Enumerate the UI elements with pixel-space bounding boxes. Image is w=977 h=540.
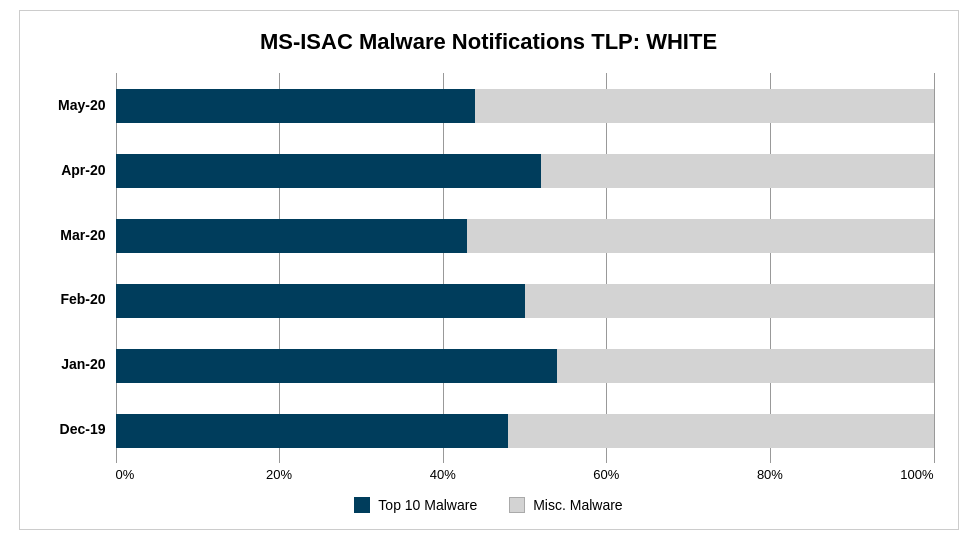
bar-track [116,414,934,448]
bar-dark [116,349,558,383]
legend-item-top10: Top 10 Malware [354,497,477,513]
bar-track [116,219,934,253]
bar-light [508,414,933,448]
legend-label-misc: Misc. Malware [533,497,622,513]
y-label: Dec-19 [44,421,116,437]
bar-row [116,268,934,333]
bar-row [116,398,934,463]
x-axis-label: 40% [430,467,456,482]
legend-color-misc [509,497,525,513]
x-axis-inner: 0%20%40%60%80%100% [116,467,934,487]
bar-light [525,284,934,318]
y-axis: May-20Apr-20Mar-20Feb-20Jan-20Dec-19 [44,73,116,463]
bar-track [116,154,934,188]
x-axis-label: 20% [266,467,292,482]
bar-light [467,219,933,253]
y-label: Feb-20 [44,291,116,307]
bar-track [116,349,934,383]
bar-row [116,73,934,138]
legend-label-top10: Top 10 Malware [378,497,477,513]
bar-dark [116,89,476,123]
legend-item-misc: Misc. Malware [509,497,622,513]
grid-line [934,73,935,463]
y-label: Jan-20 [44,356,116,372]
bar-row [116,138,934,203]
bar-light [475,89,933,123]
chart-area: May-20Apr-20Mar-20Feb-20Jan-20Dec-19 0%2… [44,73,934,513]
y-label: May-20 [44,97,116,113]
bar-light [557,349,933,383]
bar-track [116,89,934,123]
bar-dark [116,284,525,318]
bar-light [541,154,934,188]
x-axis-label: 100% [900,467,933,482]
bar-dark [116,219,468,253]
legend: Top 10 Malware Misc. Malware [44,497,934,513]
x-axis-label: 80% [757,467,783,482]
bars-and-grid [116,73,934,463]
x-axis-label: 0% [116,467,135,482]
bar-dark [116,154,541,188]
bars-section: May-20Apr-20Mar-20Feb-20Jan-20Dec-19 [44,73,934,463]
bar-row [116,203,934,268]
chart-container: MS-ISAC Malware Notifications TLP: WHITE… [19,10,959,530]
bar-dark [116,414,509,448]
bar-track [116,284,934,318]
y-label: Mar-20 [44,227,116,243]
legend-color-top10 [354,497,370,513]
bar-row [116,333,934,398]
x-axis-label: 60% [593,467,619,482]
x-axis: 0%20%40%60%80%100% [116,467,934,487]
chart-title: MS-ISAC Malware Notifications TLP: WHITE [44,29,934,55]
bar-rows [116,73,934,463]
y-label: Apr-20 [44,162,116,178]
